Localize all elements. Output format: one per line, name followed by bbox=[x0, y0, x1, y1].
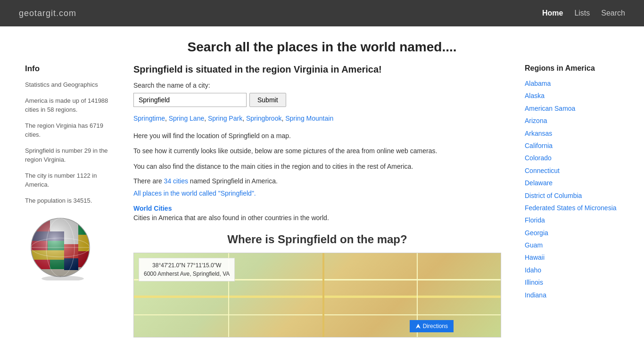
cities-count-link[interactable]: 34 cities bbox=[164, 177, 188, 185]
region-guam[interactable]: Guam bbox=[525, 241, 543, 249]
region-federated-states[interactable]: Federated States of Micronesia bbox=[525, 204, 617, 212]
region-illinois[interactable]: Illinois bbox=[525, 279, 543, 286]
list-item: Colorado bbox=[525, 153, 619, 163]
region-alabama[interactable]: Alabama bbox=[525, 80, 551, 87]
globe-svg bbox=[27, 214, 93, 280]
suggestion-spring-mountain[interactable]: Spring Mountain bbox=[285, 115, 333, 122]
map-section: Where is Springfield on the map? 38°47'2… bbox=[133, 233, 501, 337]
region-colorado[interactable]: Colorado bbox=[525, 154, 552, 162]
map-coord-line1: 38°47'21.0"N 77°11'15.0"W bbox=[144, 261, 230, 270]
map-title: Where is Springfield on the map? bbox=[133, 233, 501, 246]
desc-line-1: Here you will find the location of Sprin… bbox=[133, 131, 501, 141]
world-cities-desc: Cities in America that are also found in… bbox=[133, 214, 501, 222]
map-road-h3 bbox=[134, 314, 501, 315]
city-heading: Springfield is situated in the region Vi… bbox=[133, 64, 501, 75]
region-list: Alabama Alaska American Samoa Arizona Ar… bbox=[525, 78, 619, 300]
region-connecticut[interactable]: Connecticut bbox=[525, 167, 560, 174]
list-item: Indiana bbox=[525, 290, 619, 300]
list-item: Arizona bbox=[525, 115, 619, 126]
main-content: Springfield is situated in the region Vi… bbox=[119, 64, 515, 337]
desc-line-2: To see how it currently looks like outsi… bbox=[133, 146, 501, 156]
region-delaware[interactable]: Delaware bbox=[525, 179, 553, 187]
page-title: Search all the places in the world named… bbox=[0, 26, 644, 64]
sidebar-heading: Info bbox=[25, 64, 110, 74]
city-number: The city is number 1122 in America. bbox=[25, 171, 110, 189]
list-item: California bbox=[525, 140, 619, 151]
list-item: Georgia bbox=[525, 228, 619, 238]
search-input[interactable] bbox=[133, 93, 247, 107]
suggestion-springtime[interactable]: Springtime bbox=[133, 115, 165, 122]
suggestion-spring-lane[interactable]: Spring Lane bbox=[169, 115, 205, 122]
region-idaho[interactable]: Idaho bbox=[525, 266, 541, 274]
map-directions-button[interactable]: Directions bbox=[410, 320, 454, 332]
suggestion-springbrook[interactable]: Springbrook bbox=[246, 115, 282, 122]
map-address: 6000 Amherst Ave, Springfield, VA bbox=[144, 270, 230, 278]
list-item: Federated States of Micronesia bbox=[525, 203, 619, 213]
list-item: Florida bbox=[525, 215, 619, 225]
region-indiana[interactable]: Indiana bbox=[525, 291, 546, 299]
search-label: Search the name of a city: bbox=[133, 82, 501, 89]
region-florida[interactable]: Florida bbox=[525, 216, 545, 224]
region-district-of-columbia[interactable]: District of Columbia bbox=[525, 192, 582, 199]
list-item: Alaska bbox=[525, 90, 619, 101]
svg-point-21 bbox=[41, 276, 84, 280]
region-georgia[interactable]: Georgia bbox=[525, 229, 548, 237]
sidebar-right: Regions in America Alabama Alaska Americ… bbox=[515, 64, 619, 337]
nav-lists[interactable]: Lists bbox=[574, 9, 590, 17]
world-places-link[interactable]: All places in the world called "Springfi… bbox=[133, 189, 256, 197]
nav-search[interactable]: Search bbox=[601, 9, 625, 17]
virginia-stat: The region Virginia has 6719 cities. bbox=[25, 121, 110, 140]
list-item: District of Columbia bbox=[525, 190, 619, 201]
map-road-h2 bbox=[134, 296, 501, 298]
svg-marker-22 bbox=[416, 324, 421, 329]
map-container[interactable]: 38°47'21.0"N 77°11'15.0"W 6000 Amherst A… bbox=[133, 253, 501, 337]
world-cities: World Cities Cities in America that are … bbox=[133, 205, 501, 222]
desc-line-3: You can also find the distance to the ma… bbox=[133, 161, 501, 172]
region-american-samoa[interactable]: American Samoa bbox=[525, 105, 575, 112]
search-row: Submit bbox=[133, 93, 501, 107]
region-arizona[interactable]: Arizona bbox=[525, 117, 547, 124]
main-nav: Home Lists Search bbox=[542, 9, 625, 17]
nav-home[interactable]: Home bbox=[542, 9, 563, 17]
population: The population is 34515. bbox=[25, 196, 110, 206]
region-arkansas[interactable]: Arkansas bbox=[525, 130, 552, 137]
map-road-v2 bbox=[322, 253, 324, 337]
regions-heading: Regions in America bbox=[525, 64, 619, 73]
list-item: American Samoa bbox=[525, 103, 619, 114]
region-california[interactable]: California bbox=[525, 142, 553, 149]
sidebar-left: Info Statistics and Geographics America … bbox=[25, 64, 119, 337]
list-item: Guam bbox=[525, 240, 619, 250]
main-container: Info Statistics and Geographics America … bbox=[16, 64, 628, 337]
directions-icon bbox=[415, 323, 421, 329]
description: Here you will find the location of Sprin… bbox=[133, 131, 501, 172]
list-item: Illinois bbox=[525, 277, 619, 288]
america-stat: America is made up of 141988 cities in 5… bbox=[25, 96, 110, 115]
world-cities-heading: World Cities bbox=[133, 205, 501, 212]
list-item: Alabama bbox=[525, 78, 619, 89]
list-item: Arkansas bbox=[525, 128, 619, 139]
list-item: Delaware bbox=[525, 178, 619, 188]
header: geotargit.com Home Lists Search bbox=[0, 0, 644, 26]
logo: geotargit.com bbox=[19, 8, 76, 18]
region-alaska[interactable]: Alaska bbox=[525, 92, 545, 99]
cities-count: There are 34 cities named Springfield in… bbox=[133, 177, 501, 185]
springfield-rank: Springfield is number 29 in the region V… bbox=[25, 146, 110, 165]
region-hawaii[interactable]: Hawaii bbox=[525, 254, 545, 261]
list-item: Hawaii bbox=[525, 252, 619, 263]
globe-image bbox=[25, 214, 96, 280]
suggestions: Springtime, Spring Lane, Spring Park, Sp… bbox=[133, 115, 501, 122]
suggestion-spring-park[interactable]: Spring Park bbox=[208, 115, 242, 122]
list-item: Connecticut bbox=[525, 165, 619, 176]
stats-heading: Statistics and Geographics bbox=[25, 80, 110, 90]
submit-button[interactable]: Submit bbox=[249, 93, 286, 107]
list-item: Idaho bbox=[525, 265, 619, 275]
map-coords: 38°47'21.0"N 77°11'15.0"W 6000 Amherst A… bbox=[139, 258, 235, 281]
world-places: All places in the world called "Springfi… bbox=[133, 189, 501, 197]
